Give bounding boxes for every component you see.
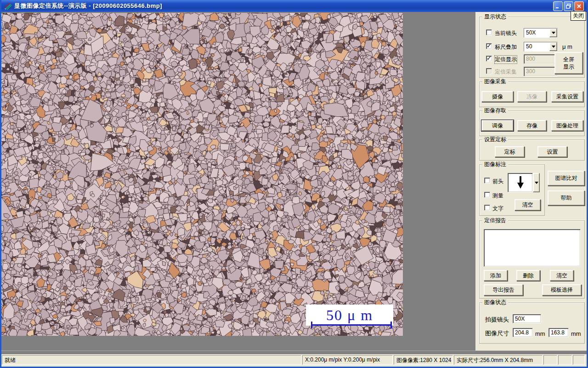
status-actual-size: 实际尺寸:256.0mm X 204.8mm [454, 355, 543, 365]
status-ready: 就绪 [2, 355, 301, 365]
restore-icon [566, 4, 571, 9]
atlas-compare-button[interactable]: 图谱比对 [548, 171, 585, 186]
group-capture: 图像采集 摄像 冻像 采集设置 [479, 81, 585, 107]
group-calibration-title: 设置定标 [482, 136, 508, 143]
ruler-overlay-label: 标尺叠加 [495, 43, 517, 51]
image-process-button[interactable]: 图像处理 [551, 120, 583, 131]
text-checkbox[interactable] [484, 205, 490, 211]
fixed-display-label: 定倍显示 [495, 56, 517, 63]
window-title: 显微图像定倍系统--演示版 - [20090602055646.bmp] [14, 2, 553, 10]
ruler-combo[interactable]: 50 [524, 42, 558, 52]
group-storage: 图像存取 调像 存像 图像处理 [479, 110, 585, 136]
ruler-value: 50 [524, 42, 549, 51]
check-icon: ✓ [486, 55, 492, 62]
status-bar: 就绪 X:0.200μ m/pix Y:0.200μ m/pix 图像像素:12… [1, 354, 587, 365]
group-report: 定倍报告 添加 删除 清空 导出报告 模板选择 [479, 220, 585, 299]
status-pixels: 图像像素:1280 X 1024 [394, 355, 453, 365]
ruler-overlay-checkbox[interactable]: ✓ [486, 43, 492, 49]
group-capture-title: 图像采集 [482, 78, 508, 85]
group-display-status: 显示状态 当前镜头 50X ✓ 标尺叠加 50 μ m ✓ 定倍显示 800 [479, 17, 585, 78]
report-delete-button[interactable]: 删除 [516, 270, 540, 281]
group-report-title: 定倍报告 [482, 217, 508, 224]
group-image-status-title: 图像状态 [482, 299, 508, 305]
annotation-clear-button[interactable]: 清空 [514, 199, 541, 211]
minimize-icon [555, 4, 560, 9]
save-image-button[interactable]: 存像 [517, 120, 547, 131]
client-area: 50 μ m 显示状态 当前镜头 50X ✓ 标尺叠加 50 μ m [1, 12, 587, 351]
group-calibration: 设置定标 定标 设置 [479, 139, 585, 161]
scalebar-line [311, 324, 392, 326]
fixed-capture-input: 300 [524, 67, 558, 76]
scalebar-overlay: 50 μ m [306, 305, 393, 326]
group-storage-title: 图像存取 [482, 107, 508, 114]
chevron-down-icon [535, 182, 538, 184]
text-label: 文字 [492, 205, 503, 213]
fixed-display-input: 800 [524, 54, 558, 64]
check-icon: ✓ [486, 42, 492, 49]
title-bar: 显微图像定倍系统--演示版 - [20090602055646.bmp] [1, 0, 587, 12]
report-listbox[interactable] [484, 229, 581, 267]
lens-label: 拍摄镜头 [485, 316, 509, 324]
height-unit-label: mm [571, 330, 581, 337]
image-height-field: 163.8 [548, 328, 569, 337]
help-button[interactable]: 帮助 [548, 190, 585, 206]
app-window: 显微图像定倍系统--演示版 - [20090602055646.bmp] 关闭 [0, 0, 588, 368]
close-tooltip: 关闭 [571, 11, 586, 21]
template-select-button[interactable]: 模板选择 [542, 284, 582, 296]
width-unit-label: mm [535, 330, 545, 337]
current-lens-label: 当前镜头 [495, 29, 517, 37]
chevron-down-icon [552, 32, 555, 34]
status-empty-3 [573, 355, 585, 365]
load-image-button[interactable]: 调像 [481, 120, 514, 131]
minimize-button[interactable] [553, 1, 563, 11]
lens-value-field: 50X [513, 314, 541, 323]
current-lens-value: 50X [524, 29, 549, 37]
restore-button[interactable] [564, 1, 573, 11]
capture-settings-button[interactable]: 采集设置 [551, 91, 583, 102]
current-lens-combo[interactable]: 50X [524, 28, 558, 38]
arrow-checkbox[interactable] [484, 178, 490, 184]
fullscreen-button[interactable]: 全屏显示 [554, 52, 583, 74]
close-icon [577, 4, 582, 9]
export-report-button[interactable]: 导出报告 [484, 284, 523, 296]
status-top-strip [1, 351, 587, 354]
group-annotation-title: 图像标注 [482, 161, 508, 167]
status-empty-2 [558, 355, 572, 365]
arrow-down-icon [516, 176, 525, 190]
status-zone: 就绪 X:0.200μ m/pix Y:0.200μ m/pix 图像像素:12… [1, 351, 587, 367]
ruler-unit-label: μ m [562, 43, 572, 50]
scalebar-label: 50 μ m [326, 307, 373, 324]
arrow-style-dropdown-button[interactable] [533, 173, 540, 192]
measure-checkbox[interactable] [484, 192, 490, 198]
fixed-capture-label: 定倍采集 [495, 68, 517, 76]
report-add-button[interactable]: 添加 [484, 270, 508, 281]
current-lens-checkbox[interactable] [486, 29, 492, 35]
app-icon [4, 2, 12, 10]
freeze-button: 冻像 [517, 91, 547, 102]
status-scale: X:0.200μ m/pix Y:0.200μ m/pix [302, 355, 393, 365]
micrograph-canvas[interactable] [1, 13, 403, 336]
group-annotation: 图像标注 箭头 测量 文字 清空 [479, 164, 545, 216]
shoot-button[interactable]: 摄像 [481, 91, 514, 102]
image-width-field: 204.8 [513, 328, 533, 337]
ruler-dropdown-button[interactable] [549, 42, 557, 51]
status-empty-1 [543, 355, 557, 365]
arrow-style-preview[interactable] [508, 173, 533, 192]
report-clear-button[interactable]: 清空 [550, 270, 574, 281]
calibrate-button[interactable]: 定标 [495, 146, 525, 157]
fixed-capture-checkbox [486, 68, 492, 74]
chevron-down-icon [552, 46, 555, 48]
close-button[interactable] [574, 1, 584, 11]
current-lens-dropdown-button[interactable] [549, 29, 557, 37]
measure-label: 测量 [492, 192, 503, 200]
fixed-display-checkbox[interactable]: ✓ [486, 56, 492, 62]
arrow-label: 箭头 [492, 178, 503, 185]
group-image-status: 图像状态 拍摄镜头 50X 图像尺寸 204.8 mm 163.8 mm [479, 302, 585, 344]
image-size-label: 图像尺寸 [485, 329, 509, 338]
control-panel: 显示状态 当前镜头 50X ✓ 标尺叠加 50 μ m ✓ 定倍显示 800 [475, 12, 587, 351]
settings-button[interactable]: 设置 [537, 146, 567, 157]
group-display-status-title: 显示状态 [482, 13, 508, 20]
